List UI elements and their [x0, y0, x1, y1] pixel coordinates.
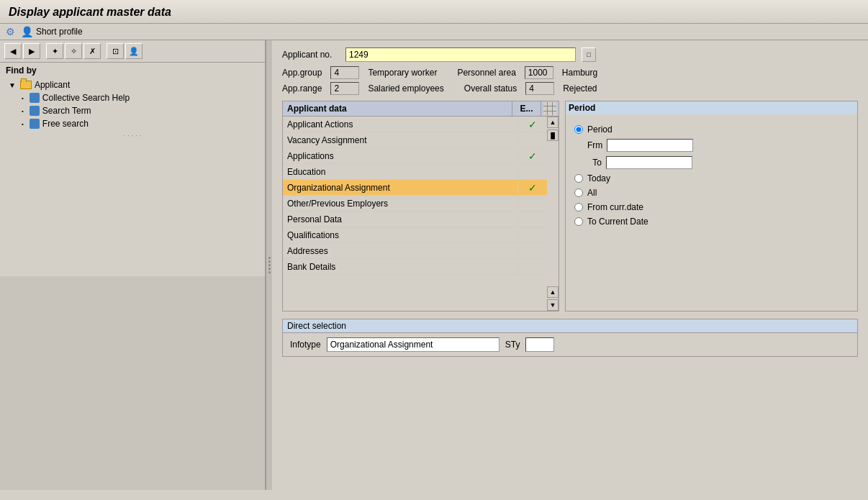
- applicant-no-label: Applicant no.: [282, 50, 340, 60]
- table-cell-label: Bank Details: [283, 260, 518, 273]
- divider: · · · · ·: [0, 130, 265, 141]
- app-range-label: App.range: [282, 83, 322, 94]
- overall-status-desc: Rejected: [563, 83, 597, 94]
- infotype-input[interactable]: [327, 337, 499, 352]
- resize-dot2: [268, 260, 271, 263]
- table-cell-check: ✓: [518, 119, 547, 130]
- applicant-no-input[interactable]: [345, 47, 576, 62]
- today-radio-row: Today: [574, 173, 849, 183]
- sty-label: STy: [505, 340, 520, 350]
- resize-dot3: [268, 264, 271, 266]
- forward-button[interactable]: ▶: [23, 43, 40, 59]
- table-row[interactable]: Addresses: [283, 243, 547, 259]
- today-radio[interactable]: [574, 174, 583, 183]
- menu-icon-person[interactable]: 👤 Short profile: [21, 26, 83, 37]
- tree-item-search-term-label: Search Term: [42, 106, 91, 116]
- tree-root-label: Applicant: [35, 80, 70, 90]
- table-row[interactable]: Applicant Actions ✓: [283, 117, 547, 132]
- menu-bar: ⚙ 👤 Short profile: [0, 24, 868, 40]
- to-row: To: [587, 156, 849, 169]
- period-radio-row: Period: [574, 124, 849, 135]
- app-range-value: 2: [330, 82, 359, 95]
- tree-item-free-search-label: Free search: [42, 119, 89, 129]
- table-cell-label: Qualifications: [283, 229, 518, 242]
- table-row[interactable]: Education: [283, 164, 547, 180]
- title-bar: Display applicant master data: [0, 0, 868, 24]
- table-row[interactable]: Personal Data: [283, 212, 547, 227]
- app-range-row: App.range 2 Salaried employees Overall s…: [282, 82, 858, 95]
- period-content: Period Frm To Today: [570, 120, 853, 235]
- table-row[interactable]: Bank Details: [283, 259, 547, 275]
- bullet-icon2: •: [22, 108, 24, 114]
- star1-button[interactable]: ✦: [46, 43, 63, 59]
- sty-input[interactable]: [525, 337, 554, 352]
- bullet-icon: •: [22, 95, 24, 101]
- app-range-desc: Salaried employees: [368, 83, 443, 94]
- infotype-label: Infotype: [290, 340, 321, 350]
- bullet-icon3: •: [22, 121, 24, 127]
- table-cell-label: Vacancy Assignment: [283, 134, 518, 147]
- table-cell-label: Personal Data: [283, 213, 518, 226]
- left-panel: ◀ ▶ ✦ ✧ ✗ ⊡ 👤 Find by ▼ Applicant • Coll…: [0, 40, 266, 490]
- right-panel: Applicant no. □ App.group 4 Temporary wo…: [272, 40, 868, 490]
- scroll-thumb-area: █: [547, 129, 559, 141]
- find-by-panel: Find by ▼ Applicant • Collective Search …: [0, 63, 265, 276]
- personnel-area-desc: Hamburg: [562, 68, 597, 78]
- tree-item-collective-search[interactable]: • Collective Search Help: [0, 91, 265, 104]
- overall-status-value: 4: [525, 82, 554, 95]
- personnel-area-label: Personnel area: [457, 68, 515, 78]
- table-cell-label: Education: [283, 165, 518, 178]
- panels-area: Applicant data E... ▲ █: [282, 101, 858, 312]
- menu-icon-settings[interactable]: ⚙: [6, 26, 15, 37]
- personnel-area-value: 1000: [525, 66, 553, 79]
- folder-icon: [20, 81, 32, 89]
- applicant-no-row: Applicant no. □: [282, 47, 858, 62]
- app-group-row: App.group 4 Temporary worker Personnel a…: [282, 66, 858, 79]
- person-button[interactable]: 👤: [125, 43, 143, 59]
- table-header: Applicant data E...: [283, 101, 559, 117]
- to-current-radio[interactable]: [574, 217, 583, 226]
- table-row[interactable]: Qualifications: [283, 227, 547, 243]
- period-panel: Period Period Frm To: [565, 101, 858, 312]
- resize-dot1: [268, 257, 271, 259]
- today-radio-label: Today: [587, 173, 610, 183]
- star2-button[interactable]: ✧: [65, 43, 82, 59]
- to-input[interactable]: [606, 156, 692, 169]
- from-curr-radio[interactable]: [574, 203, 583, 212]
- all-radio-label: All: [587, 188, 597, 198]
- grid-icon: [543, 102, 556, 115]
- period-title: Period: [566, 101, 857, 114]
- to-label: To: [587, 158, 602, 168]
- tree-root-applicant[interactable]: ▼ Applicant: [0, 78, 265, 91]
- copy-button[interactable]: □: [582, 47, 596, 62]
- table-row[interactable]: Other/Previous Employers: [283, 196, 547, 212]
- scroll-up2-button[interactable]: ▲: [547, 286, 559, 298]
- table-row-selected[interactable]: Organizational Assignment ✓: [283, 180, 547, 196]
- expand-icon: ▼: [9, 81, 16, 89]
- table-grid-icon-btn[interactable]: [541, 101, 559, 116]
- lower-panel: [0, 276, 265, 490]
- back-button[interactable]: ◀: [4, 43, 22, 59]
- tree-item-free-search[interactable]: • Free search: [0, 117, 265, 130]
- direct-selection-panel: Direct selection Infotype STy: [282, 319, 858, 357]
- period-radio[interactable]: [574, 125, 583, 134]
- all-radio-row: All: [574, 188, 849, 198]
- to-current-radio-label: To Current Date: [587, 217, 648, 227]
- tree-item-search-term[interactable]: • Search Term: [0, 104, 265, 117]
- frm-row: Frm: [587, 139, 849, 152]
- table-cell-check-selected: ✓: [518, 182, 547, 194]
- table-row[interactable]: Vacancy Assignment: [283, 132, 547, 148]
- delete-button[interactable]: ✗: [83, 43, 101, 59]
- resize-handle[interactable]: [266, 40, 272, 490]
- scroll-up-button[interactable]: ▲: [547, 117, 559, 128]
- search-term-icon: [30, 106, 40, 116]
- table-row[interactable]: Applications ✓: [283, 148, 547, 164]
- frm-input[interactable]: [607, 139, 693, 152]
- table-cell-label: Other/Previous Employers: [283, 197, 518, 210]
- download-button[interactable]: ⊡: [107, 43, 124, 59]
- all-radio[interactable]: [574, 188, 583, 197]
- period-radio-label: Period: [587, 124, 612, 135]
- free-search-icon: [30, 119, 40, 129]
- app-group-value: 4: [330, 66, 359, 79]
- scroll-down2-button[interactable]: ▼: [547, 299, 559, 311]
